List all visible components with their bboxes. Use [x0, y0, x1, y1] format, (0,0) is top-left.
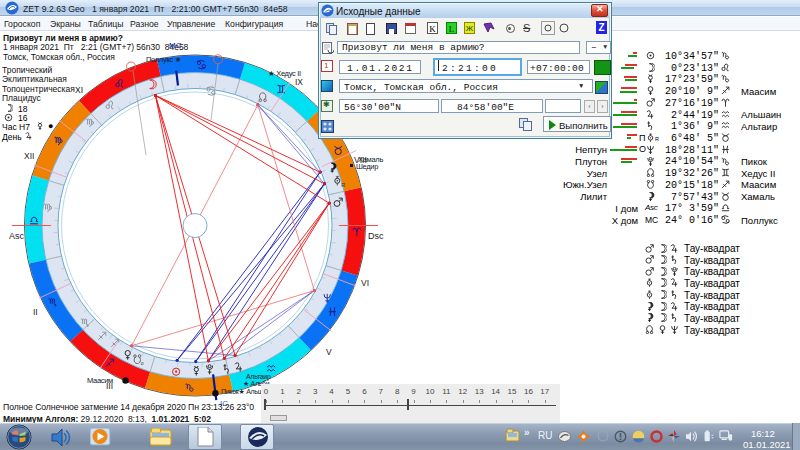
svg-text:R: R [341, 182, 345, 188]
svg-text:o: o [141, 360, 144, 366]
